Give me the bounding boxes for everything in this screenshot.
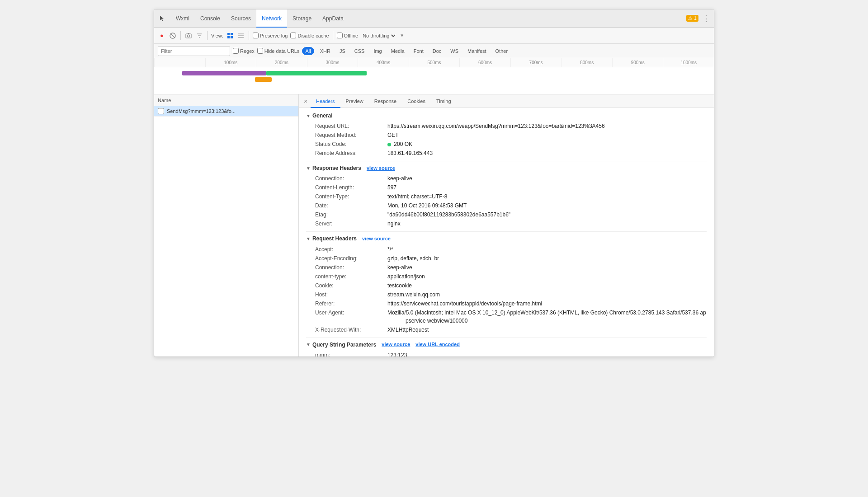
status-code-key: Status Code: xyxy=(315,140,387,148)
filter-manifest-btn[interactable]: Manifest xyxy=(464,47,490,55)
req-header-1: Accept-Encoding: gzip, deflate, sdch, br xyxy=(315,254,707,263)
more-icon[interactable]: ⋮ xyxy=(702,14,710,23)
detail-close-btn[interactable]: × xyxy=(301,94,311,108)
filter-xhr-btn[interactable]: XHR xyxy=(317,47,334,55)
toolbar: ● View: Preserve log Disable cache Offli… xyxy=(154,28,714,44)
preserve-log-checkbox[interactable]: Preserve log xyxy=(253,33,288,38)
throttle-select[interactable]: No throttling xyxy=(361,33,397,39)
svg-rect-8 xyxy=(227,33,230,35)
general-title: General xyxy=(312,112,333,120)
tick-400: 400ms xyxy=(358,58,409,67)
hide-data-urls-checkbox[interactable]: Hide data URLs xyxy=(257,48,300,54)
svg-rect-2 xyxy=(186,34,191,38)
tab-sources[interactable]: Sources xyxy=(226,9,256,28)
tick-900: 900ms xyxy=(612,58,663,67)
view-grid-icon[interactable] xyxy=(226,32,234,40)
timeline: 100ms 200ms 300ms 400ms 500ms 600ms 700m… xyxy=(154,58,714,94)
clear-button[interactable] xyxy=(169,32,177,40)
filter-css-btn[interactable]: CSS xyxy=(351,47,368,55)
request-item-checkbox-0[interactable] xyxy=(158,108,164,114)
filter-button[interactable] xyxy=(195,32,203,40)
query-string-view-source[interactable]: view source xyxy=(382,341,410,349)
warning-badge[interactable]: ⚠ 1 xyxy=(686,15,698,22)
tick-500: 500ms xyxy=(409,58,460,67)
detail-tab-cookies[interactable]: Cookies xyxy=(402,94,431,108)
filter-media-btn[interactable]: Media xyxy=(388,47,408,55)
tick-1000: 1000ms xyxy=(663,58,714,67)
timeline-ruler: 100ms 200ms 300ms 400ms 500ms 600ms 700m… xyxy=(154,58,714,67)
request-method-val: GET xyxy=(387,131,399,139)
detail-panel: × Headers Preview Response Cookies Timin… xyxy=(299,94,714,356)
query-string-header[interactable]: ▼ Query String Parameters view source vi… xyxy=(306,341,707,349)
request-item-0[interactable]: SendMsg?mmm=123:123&fo... xyxy=(154,106,298,117)
query-string-arrow: ▼ xyxy=(306,341,311,348)
request-url-val: https://stream.weixin.qq.com/weapp/SendM… xyxy=(387,122,605,130)
tab-network[interactable]: Network xyxy=(256,9,287,28)
request-url-key: Request URL: xyxy=(315,122,387,130)
general-section-header[interactable]: ▼ General xyxy=(306,112,707,120)
request-headers-arrow: ▼ xyxy=(306,235,311,243)
view-list-icon[interactable] xyxy=(237,32,245,40)
general-arrow: ▼ xyxy=(306,113,311,120)
tick-100: 100ms xyxy=(205,58,256,67)
tick-700: 700ms xyxy=(510,58,561,67)
req-header-6: Referer: https://servicewechat.com/touri… xyxy=(315,300,707,308)
timeline-bars xyxy=(154,67,714,94)
cursor-icon xyxy=(158,14,167,23)
remote-address-val: 183.61.49.165:443 xyxy=(387,149,433,157)
filter-input[interactable] xyxy=(158,46,230,56)
regex-checkbox[interactable]: Regex xyxy=(233,48,255,54)
filter-all-btn[interactable]: All xyxy=(302,47,314,55)
top-bar-right: ⚠ 1 ⋮ xyxy=(686,14,710,23)
timeline-bar-response xyxy=(266,71,367,75)
req-header-2: Connection: keep-alive xyxy=(315,263,707,272)
resp-header-1: Content-Length: 597 xyxy=(315,183,707,192)
divider-3 xyxy=(306,338,707,338)
timeline-bar-connect xyxy=(255,77,272,82)
view-label: View: xyxy=(211,33,223,38)
status-code-val: 200 OK xyxy=(387,140,412,148)
query-string-title: Query String Parameters xyxy=(312,341,376,349)
resp-header-5: Server: nginx xyxy=(315,220,707,228)
request-list-header: Name xyxy=(154,94,298,106)
detail-tab-headers[interactable]: Headers xyxy=(311,94,340,108)
offline-checkbox[interactable]: Offline xyxy=(337,33,359,38)
response-headers-view-source[interactable]: view source xyxy=(367,164,395,173)
remote-address-key: Remote Address: xyxy=(315,149,387,157)
request-headers-view-source[interactable]: view source xyxy=(362,235,391,243)
filter-font-btn[interactable]: Font xyxy=(410,47,427,55)
status-dot xyxy=(387,143,391,146)
response-headers-arrow: ▼ xyxy=(306,165,311,172)
resp-header-0: Connection: keep-alive xyxy=(315,174,707,183)
req-header-7: User-Agent: Mozilla/5.0 (Macintosh; Inte… xyxy=(315,309,707,325)
capture-button[interactable] xyxy=(184,32,193,40)
tab-appdata[interactable]: AppData xyxy=(317,9,349,28)
resp-header-3: Date: Mon, 10 Oct 2016 09:48:53 GMT xyxy=(315,202,707,210)
general-status-code: Status Code: 200 OK xyxy=(315,140,707,148)
request-list: Name SendMsg?mmm=123:123&fo... xyxy=(154,94,299,356)
filter-img-btn[interactable]: Img xyxy=(370,47,385,55)
query-string-view-url-encoded[interactable]: view URL encoded xyxy=(415,341,460,349)
request-headers-header[interactable]: ▼ Request Headers view source xyxy=(306,234,707,243)
disable-cache-checkbox[interactable]: Disable cache xyxy=(290,33,329,38)
detail-tab-preview[interactable]: Preview xyxy=(340,94,369,108)
tick-200: 200ms xyxy=(256,58,307,67)
filter-ws-btn[interactable]: WS xyxy=(447,47,462,55)
request-item-name-0: SendMsg?mmm=123:123&fo... xyxy=(167,108,236,114)
tab-console[interactable]: Console xyxy=(195,9,226,28)
general-request-url: Request URL: https://stream.weixin.qq.co… xyxy=(315,122,707,130)
filter-other-btn[interactable]: Other xyxy=(492,47,511,55)
detail-tab-response[interactable]: Response xyxy=(369,94,402,108)
tick-300: 300ms xyxy=(307,58,358,67)
filter-js-btn[interactable]: JS xyxy=(336,47,349,55)
filter-doc-btn[interactable]: Doc xyxy=(429,47,445,55)
top-tab-bar: Wxml Console Sources Network Storage App… xyxy=(154,9,714,28)
tab-wxml[interactable]: Wxml xyxy=(170,9,195,28)
tick-600: 600ms xyxy=(459,58,510,67)
tab-storage[interactable]: Storage xyxy=(287,9,317,28)
general-request-method: Request Method: GET xyxy=(315,131,707,139)
detail-tab-timing[interactable]: Timing xyxy=(431,94,457,108)
record-button[interactable]: ● xyxy=(158,32,166,40)
response-headers-header[interactable]: ▼ Response Headers view source xyxy=(306,164,707,173)
main-area: Name SendMsg?mmm=123:123&fo... × Headers… xyxy=(154,94,714,356)
